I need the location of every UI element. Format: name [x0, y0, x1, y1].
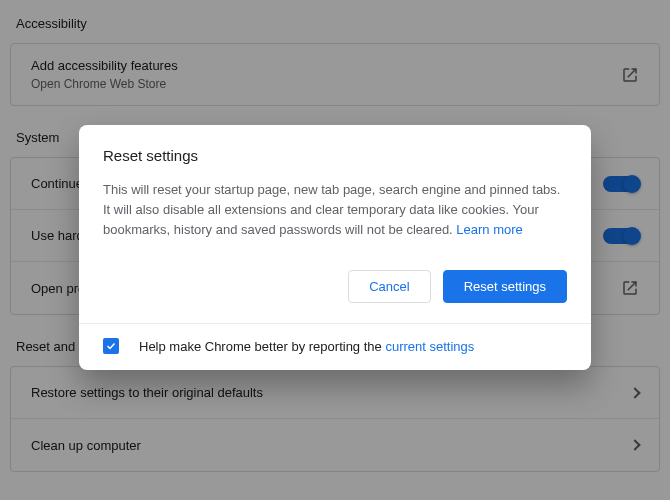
- learn-more-link[interactable]: Learn more: [456, 222, 522, 237]
- feedback-prefix: Help make Chrome better by reporting the: [139, 339, 385, 354]
- dialog-title: Reset settings: [103, 147, 567, 164]
- feedback-text: Help make Chrome better by reporting the…: [139, 339, 474, 354]
- feedback-checkbox[interactable]: [103, 338, 119, 354]
- dialog-body-text: This will reset your startup page, new t…: [103, 180, 567, 240]
- dialog-footer: Help make Chrome better by reporting the…: [79, 323, 591, 370]
- cancel-button[interactable]: Cancel: [348, 270, 430, 303]
- current-settings-link[interactable]: current settings: [385, 339, 474, 354]
- reset-settings-dialog: Reset settings This will reset your star…: [79, 125, 591, 370]
- reset-settings-button[interactable]: Reset settings: [443, 270, 567, 303]
- modal-overlay: Reset settings This will reset your star…: [0, 0, 670, 500]
